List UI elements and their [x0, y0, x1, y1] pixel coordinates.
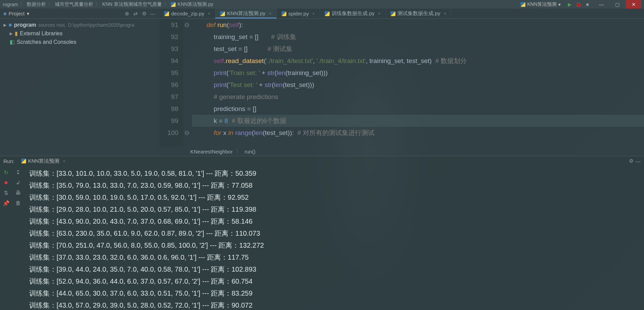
project-tool-window: ■ Project ▾ ⊕ ⇄ ⚙ — ▶ ■ program sources …: [0, 9, 159, 156]
tree-external-libs[interactable]: ▶ ▮ External Libraries: [3, 29, 156, 38]
debug-icon[interactable]: 🐞: [576, 2, 581, 7]
dropdown-icon: ▾: [558, 2, 561, 7]
scratches-icon: ◧: [10, 39, 15, 45]
editor-tab-0[interactable]: decode_zip.py×: [159, 9, 215, 18]
python-icon: [220, 11, 225, 16]
tree-root[interactable]: ▶ ■ program sources root, D:\python\pych…: [3, 21, 156, 29]
tab-label: spider.py: [288, 11, 309, 16]
run-output-toolbar: ↧ ↲ 🖶 🗑: [12, 166, 24, 310]
python-icon: [282, 11, 286, 16]
project-title[interactable]: Project: [9, 11, 25, 16]
scroll-icon[interactable]: ↧: [15, 169, 21, 175]
bc-class[interactable]: KNearestNeighbor: [190, 149, 232, 154]
close-icon[interactable]: ×: [312, 11, 315, 16]
rerun-icon[interactable]: ↻: [3, 169, 9, 175]
run-tab[interactable]: KNN算法预测 ×: [18, 157, 69, 165]
console-output[interactable]: 训练集：[33.0, 101.0, 10.0, 33.0, 5.0, 19.0,…: [24, 166, 644, 310]
console-line: 训练集：[44.0, 65.0, 30.0, 37.0, 6.0, 33.0, …: [29, 287, 639, 299]
tab-label: decode_zip.py: [171, 11, 204, 16]
run-tab-label: KNN算法预测: [28, 158, 60, 164]
console-line: 训练集：[43.0, 57.0, 29.0, 39.0, 5.0, 28.0, …: [29, 299, 639, 310]
code-body[interactable]: def run(self): training_set = [] # 训练集 t…: [190, 19, 644, 147]
layout-icon[interactable]: ⇅: [3, 190, 9, 196]
python-icon: [171, 2, 176, 7]
console-line: 训练集：[37.0, 33.0, 23.0, 32.0, 6.0, 36.0, …: [29, 251, 639, 263]
hide-icon[interactable]: —: [149, 10, 156, 17]
hide-icon[interactable]: —: [635, 158, 641, 164]
stop-icon[interactable]: ■: [585, 2, 590, 7]
chevron-right-icon[interactable]: ▶: [3, 23, 7, 27]
gear-icon[interactable]: ⚙: [629, 158, 633, 164]
dropdown-icon[interactable]: ▾: [27, 11, 29, 17]
code-line-98[interactable]: predictions = []: [192, 103, 644, 115]
breadcrumb-4[interactable]: KNN算法预测.py: [178, 1, 213, 8]
console-line: 训练集：[70.0, 251.0, 47.0, 56.0, 8.0, 55.0,…: [29, 239, 639, 251]
code-line-91[interactable]: def run(self):: [192, 19, 644, 31]
code-line-94[interactable]: self.read_dataset('./train_4/test.txt', …: [192, 55, 644, 67]
library-icon: ▮: [15, 30, 18, 37]
folder-icon: ■: [3, 11, 7, 16]
code-line-93[interactable]: test_set = [] # 测试集: [192, 43, 644, 55]
console-line: 训练集：[33.0, 101.0, 10.0, 33.0, 5.0, 19.0,…: [29, 168, 639, 179]
chevron-right-icon[interactable]: ▶: [10, 31, 13, 36]
editor-tab-4[interactable]: 测试集数据生成.py×: [386, 9, 452, 18]
pin-icon[interactable]: 📌: [3, 200, 9, 206]
top-toolbar: rogram〉 数据分析〉 城市空气质量分析〉 KNN 算法预测城市空气质量〉 …: [0, 0, 644, 9]
minimize-button[interactable]: —: [594, 0, 609, 9]
code-line-96[interactable]: print('Test set: ' + str(len(test_set))): [192, 79, 644, 91]
python-icon: [21, 159, 26, 163]
close-icon[interactable]: ×: [269, 11, 272, 16]
print-icon[interactable]: 🖶: [15, 190, 21, 196]
python-icon: [164, 11, 169, 16]
project-tree[interactable]: ▶ ■ program sources root, D:\python\pych…: [0, 19, 159, 48]
line-gutter[interactable]: 919293949596979899100: [159, 19, 183, 147]
gear-icon[interactable]: ⚙: [141, 10, 147, 17]
breadcrumb-2[interactable]: 城市空气质量分析: [55, 1, 93, 8]
code-line-100[interactable]: for x in range(len(test_set)): # 对所有的测试集…: [192, 127, 644, 139]
python-icon: [521, 2, 525, 7]
scratches-label: Scratches and Consoles: [17, 39, 76, 45]
console-line: 训练集：[43.0, 90.0, 20.0, 43.0, 7.0, 37.0, …: [29, 215, 639, 227]
run-left-toolbar: ↻ ■ ⇅ 📌: [0, 166, 12, 310]
code-line-92[interactable]: training_set = [] # 训练集: [192, 31, 644, 43]
editor: decode_zip.py×KNN算法预测.py×spider.py×训练集数据…: [159, 9, 644, 156]
root-path: D:\python\pycharm2020\progra: [68, 22, 134, 28]
tree-scratches[interactable]: ◧ Scratches and Consoles: [3, 38, 156, 46]
console-line: 训练集：[35.0, 79.0, 13.0, 33.0, 7.0, 23.0, …: [29, 179, 639, 191]
run-configuration-selector[interactable]: KNN算法预测 ▾: [518, 1, 563, 8]
code-line-95[interactable]: print('Train set: ' + str(len(training_s…: [192, 67, 644, 79]
window-controls: — ▢ ✕: [594, 0, 641, 9]
close-icon[interactable]: ×: [378, 11, 381, 16]
breadcrumb[interactable]: rogram〉 数据分析〉 城市空气质量分析〉 KNN 算法预测城市空气质量〉 …: [3, 1, 213, 8]
python-icon: [325, 11, 330, 16]
code-line-97[interactable]: # generate predictions: [192, 91, 644, 103]
expand-icon[interactable]: ⇄: [132, 10, 139, 17]
maximize-button[interactable]: ▢: [610, 0, 625, 9]
close-icon[interactable]: ×: [444, 11, 446, 16]
locate-icon[interactable]: ⊕: [123, 10, 130, 17]
code-line-99[interactable]: k = 8 # 取最近的6个数据: [192, 115, 644, 127]
stop-icon[interactable]: ■: [3, 179, 9, 186]
run-config-label: KNN算法预测: [527, 1, 557, 8]
editor-tab-1[interactable]: KNN算法预测.py×: [215, 9, 276, 18]
trash-icon[interactable]: 🗑: [15, 200, 21, 206]
bc-method[interactable]: run(): [245, 149, 255, 154]
editor-tab-3[interactable]: 训练集数据生成.py×: [320, 9, 386, 18]
root-role: sources root,: [38, 22, 66, 28]
console-line: 训练集：[63.0, 230.0, 35.0, 61.0, 9.0, 62.0,…: [29, 227, 639, 239]
breadcrumb-3[interactable]: KNN 算法预测城市空气质量: [102, 1, 162, 8]
python-icon: [391, 11, 395, 16]
editor-tab-2[interactable]: spider.py×: [277, 9, 320, 18]
close-icon[interactable]: ×: [208, 11, 211, 16]
run-icon[interactable]: ▶: [567, 2, 572, 7]
breadcrumb-0[interactable]: rogram: [3, 2, 18, 7]
code-editor[interactable]: 919293949596979899100 ⊖ ⊖ def run(self):…: [159, 19, 644, 147]
close-button[interactable]: ✕: [626, 0, 641, 9]
close-icon[interactable]: ×: [63, 159, 65, 164]
editor-breadcrumb[interactable]: KNearestNeighbor 〉 run(): [159, 147, 644, 156]
editor-tabs: decode_zip.py×KNN算法预测.py×spider.py×训练集数据…: [159, 9, 644, 19]
console-line: 训练集：[52.0, 94.0, 36.0, 44.0, 6.0, 37.0, …: [29, 275, 639, 287]
breadcrumb-1[interactable]: 数据分析: [27, 1, 46, 8]
fold-column[interactable]: ⊖ ⊖: [183, 19, 190, 147]
wrap-icon[interactable]: ↲: [15, 179, 21, 186]
